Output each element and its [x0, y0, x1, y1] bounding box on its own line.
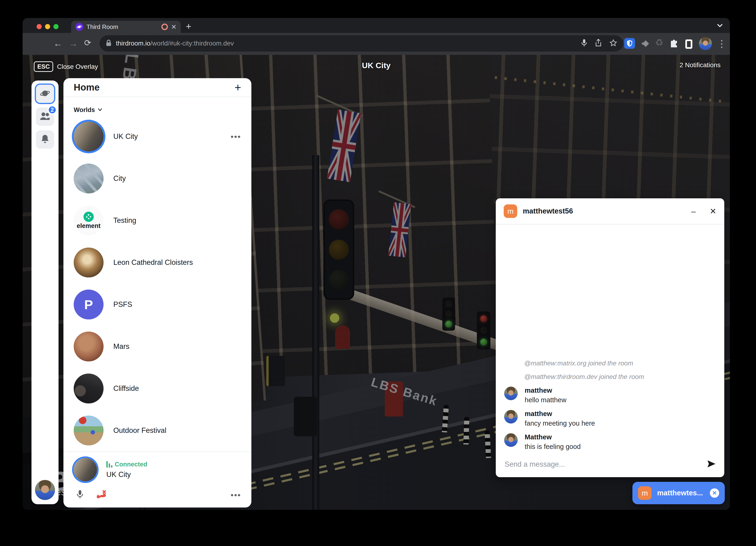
- sender-avatar: [504, 387, 518, 400]
- world-item-outdoor-festival[interactable]: Outdoor Festival: [63, 410, 251, 452]
- sidebar-item-notifications[interactable]: [36, 130, 54, 149]
- sender-name: matthew: [525, 410, 595, 418]
- union-jack-flag: [327, 109, 361, 182]
- traffic-light: [323, 199, 354, 300]
- world-item-testing[interactable]: element Testing: [63, 199, 251, 241]
- extensions-puzzle-icon[interactable]: [669, 38, 679, 49]
- tab-title: Third Room: [87, 23, 158, 31]
- world-avatar: [74, 332, 104, 362]
- microphone-permission-icon[interactable]: [581, 39, 587, 48]
- message-text: fancy meeting you here: [525, 420, 595, 427]
- sender-avatar: [504, 433, 518, 447]
- url-text: thirdroom.io/world/#uk-city:thirdroom.de…: [116, 40, 234, 47]
- tab-media-indicator-icon: [161, 24, 168, 30]
- world-item-cliffside[interactable]: Cliffside: [63, 368, 251, 410]
- world-name: City: [113, 174, 241, 183]
- union-jack-flag-small: [388, 202, 411, 257]
- reload-button[interactable]: ⟳: [84, 38, 91, 47]
- chat-message-input[interactable]: [504, 460, 702, 469]
- world-item-leon-cathedral[interactable]: Leon Cathedral Cloisters: [63, 241, 251, 284]
- call-options-menu[interactable]: •••: [231, 491, 241, 500]
- side-panel-icon[interactable]: [685, 39, 692, 49]
- worlds-section-label: Worlds: [74, 106, 95, 114]
- traffic-light-small-red: [477, 312, 490, 349]
- world-name: Outdoor Festival: [113, 426, 241, 435]
- element-caption: element: [77, 222, 101, 229]
- room-join-event: @matthew:thirdroom.dev joined the room: [524, 373, 716, 381]
- tab-close-icon[interactable]: ✕: [171, 23, 177, 31]
- scene-lit-ledge: [341, 287, 516, 356]
- leave-call-icon[interactable]: [96, 489, 107, 501]
- microphone-icon[interactable]: [76, 490, 83, 500]
- connected-label: Connected: [115, 461, 147, 468]
- scene-red-pillar-box: [335, 326, 350, 349]
- sender-name: Matthew: [525, 433, 581, 441]
- world-avatar: P: [74, 290, 104, 320]
- macos-close-button[interactable]: [37, 24, 42, 29]
- browser-profile-avatar[interactable]: [699, 37, 712, 50]
- chat-message-list: @matthew:matrix.org joined the room @mat…: [496, 224, 724, 455]
- chat-minimize-button[interactable]: –: [691, 207, 696, 216]
- worlds-section-toggle[interactable]: Worlds: [63, 97, 251, 115]
- room-join-event: @matthew:matrix.org joined the room: [524, 360, 716, 367]
- current-world-title: UK City: [23, 61, 730, 70]
- world-name: Leon Cathedral Cloisters: [113, 258, 241, 267]
- extension-diamond-icon[interactable]: [641, 38, 651, 50]
- world-name: Mars: [113, 342, 241, 351]
- browser-tab[interactable]: Third Room ✕: [71, 21, 181, 33]
- traffic-light-glow: [330, 314, 339, 323]
- home-panel-header: Home +: [63, 78, 251, 97]
- macos-minimize-button[interactable]: [45, 24, 50, 29]
- world-name: Cliffside: [113, 384, 241, 393]
- bookmark-star-icon[interactable]: [610, 39, 617, 48]
- browser-menu-icon[interactable]: ⋮: [717, 38, 726, 50]
- world-item-city[interactable]: City: [63, 157, 251, 199]
- address-bar[interactable]: thirdroom.io/world/#uk-city:thirdroom.de…: [100, 35, 623, 52]
- scene-bollard: [485, 431, 491, 458]
- extension-recycle-icon[interactable]: ♻: [655, 37, 663, 48]
- thirdroom-viewport: LBS Bank LBS Bank LBS es ESC Close Overl…: [23, 55, 730, 510]
- scene-flag-pole: [378, 190, 416, 208]
- world-item-psfs[interactable]: P PSFS: [63, 284, 251, 326]
- element-logo-icon: [83, 212, 94, 222]
- lbs-bank-fascia-sign: LBS Bank: [369, 375, 439, 409]
- active-chat-pill[interactable]: m matthewtes... ✕: [632, 482, 725, 504]
- home-title: Home: [74, 82, 235, 93]
- world-name: Testing: [113, 216, 241, 225]
- chat-message: matthew fancy meeting you here: [504, 410, 716, 427]
- user-avatar[interactable]: [35, 480, 55, 500]
- world-item-uk-city[interactable]: UK City •••: [63, 115, 251, 157]
- notifications-status[interactable]: 2 Notifications: [680, 61, 721, 69]
- world-item-mars[interactable]: Mars: [63, 326, 251, 368]
- bitwarden-extension-icon[interactable]: [624, 38, 635, 49]
- pill-room-avatar: m: [638, 486, 652, 500]
- macos-maximize-button[interactable]: [53, 24, 59, 29]
- chevron-down-icon: [98, 108, 102, 112]
- planet-icon: [40, 88, 50, 99]
- home-panel: Home + Worlds UK City ••• City: [63, 78, 251, 508]
- message-text: hello matthew: [525, 396, 566, 404]
- send-icon[interactable]: [707, 460, 716, 469]
- chat-close-button[interactable]: ✕: [710, 206, 717, 216]
- pill-room-label: matthewtes...: [657, 489, 704, 497]
- back-button[interactable]: ←: [53, 39, 62, 48]
- pill-close-icon[interactable]: ✕: [710, 488, 719, 498]
- lock-icon: [106, 39, 112, 47]
- chat-room-avatar: m: [504, 204, 517, 218]
- tab-search-chevron-icon[interactable]: [716, 23, 723, 29]
- world-options-menu[interactable]: •••: [231, 132, 241, 141]
- chat-message: Matthew this is feeling good: [504, 433, 716, 451]
- share-icon[interactable]: [595, 39, 602, 48]
- forward-button[interactable]: →: [69, 39, 78, 48]
- world-avatar: [74, 121, 104, 151]
- sidebar-item-worlds[interactable]: [36, 85, 54, 103]
- create-world-button[interactable]: +: [235, 81, 241, 94]
- sender-name: matthew: [525, 387, 566, 394]
- message-text: this is feeling good: [525, 443, 581, 451]
- new-tab-button[interactable]: +: [186, 21, 191, 31]
- browser-tab-strip: Third Room ✕ +: [23, 18, 730, 33]
- world-avatar: [74, 163, 104, 193]
- sidebar-item-friends[interactable]: 2: [36, 108, 54, 126]
- sender-avatar: [504, 410, 518, 424]
- scene-bollard: [442, 405, 449, 432]
